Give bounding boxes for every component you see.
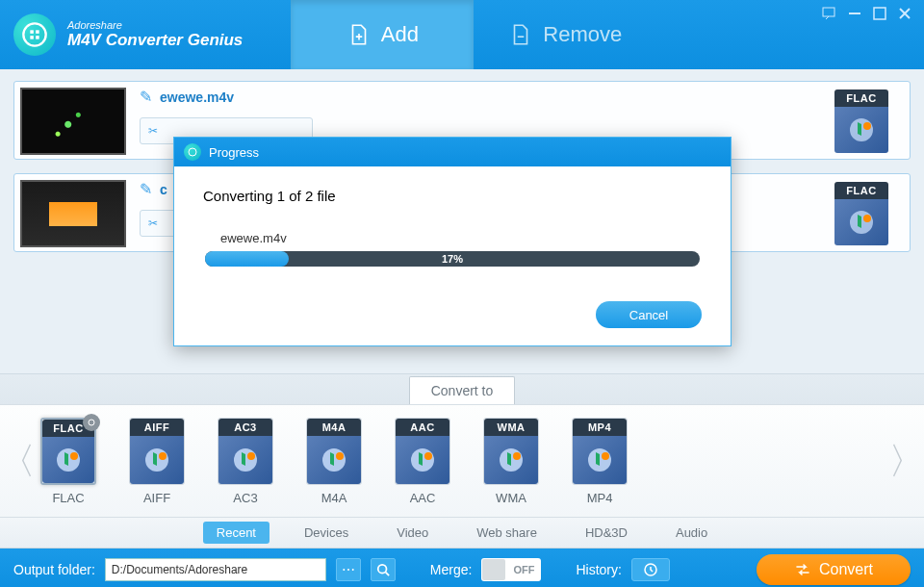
history-label: History: (576, 562, 621, 577)
dialog-title: Progress (209, 145, 259, 160)
convert-to-tab[interactable]: Convert to (409, 376, 516, 404)
format-label: WMA (496, 491, 526, 505)
convert-to-strip: Convert to (0, 373, 924, 404)
progress-dialog: Progress Converting 1 of 2 file ewewe.m4… (173, 137, 732, 346)
rename-icon[interactable]: ✎ (140, 88, 152, 106)
format-option-flac[interactable]: FLACFLAC (40, 418, 96, 505)
svg-line-28 (385, 573, 389, 576)
format-option-ac3[interactable]: AC3AC3 (218, 418, 273, 505)
app-logo-icon (13, 13, 56, 56)
svg-rect-7 (874, 8, 886, 19)
browse-folder-button[interactable]: ⋯ (336, 558, 361, 581)
output-folder-field[interactable]: D:/Documents/Adoreshare (105, 558, 326, 581)
carousel-prev-button[interactable]: 〈 (0, 405, 35, 517)
format-option-m4a[interactable]: M4AM4A (306, 418, 362, 505)
format-card-head: WMA (484, 419, 538, 436)
svg-point-0 (23, 23, 45, 45)
cancel-label: Cancel (629, 308, 668, 322)
carousel-next-button[interactable]: 〉 (889, 405, 924, 517)
category-tab-recent[interactable]: Recent (203, 522, 270, 544)
file-thumbnail[interactable] (20, 88, 126, 155)
category-tab-web-share[interactable]: Web share (463, 522, 551, 544)
merge-toggle[interactable]: OFF (481, 558, 541, 581)
svg-rect-2 (36, 30, 38, 34)
svg-rect-3 (30, 36, 34, 38)
target-format-badge[interactable]: FLAC (834, 182, 888, 245)
scissors-icon: ✂ (148, 217, 158, 230)
svg-point-9 (863, 122, 871, 130)
format-label: M4A (321, 491, 347, 505)
format-label: AIFF (143, 491, 170, 505)
brand-company: Adoreshare (67, 19, 243, 31)
svg-point-27 (378, 565, 387, 574)
svg-point-30 (189, 148, 196, 156)
svg-point-20 (336, 452, 344, 460)
format-badge-label: FLAC (834, 182, 888, 199)
svg-point-16 (159, 452, 167, 460)
dialog-icon (184, 143, 201, 161)
format-option-aiff[interactable]: AIFFAIFF (129, 418, 185, 505)
cancel-button[interactable]: Cancel (596, 301, 702, 328)
convert-label: Convert (819, 561, 873, 578)
svg-point-24 (513, 452, 521, 460)
format-label: MP4 (587, 491, 613, 505)
file-thumbnail[interactable] (20, 180, 126, 247)
toggle-knob (482, 559, 505, 580)
progress-status: Converting 1 of 2 file (203, 188, 702, 204)
footer-bar: Output folder: D:/Documents/Adoreshare ⋯… (0, 549, 924, 587)
format-option-wma[interactable]: WMAWMA (483, 418, 539, 505)
format-badge-label: FLAC (834, 89, 888, 107)
add-label: Add (381, 22, 419, 47)
gear-icon[interactable] (83, 414, 100, 431)
feedback-icon[interactable] (822, 6, 837, 21)
file-name: ewewe.m4v (160, 89, 234, 105)
dialog-titlebar[interactable]: Progress (174, 138, 731, 166)
close-button[interactable] (897, 6, 912, 21)
progress-percent: 17% (205, 251, 700, 267)
rename-icon[interactable]: ✎ (140, 180, 152, 198)
app-header: Adoreshare M4V Converter Genius Add Remo… (0, 0, 924, 69)
format-carousel: 〈 FLACFLACAIFFAIFFAC3AC3M4AM4AAACAACWMAW… (0, 404, 924, 518)
svg-point-26 (602, 452, 609, 460)
history-button[interactable] (631, 558, 670, 581)
format-label: FLAC (52, 491, 84, 505)
category-tab-devices[interactable]: Devices (291, 522, 362, 544)
svg-point-12 (89, 420, 94, 425)
merge-label: Merge: (430, 562, 473, 577)
output-folder-label: Output folder: (13, 562, 95, 577)
remove-label: Remove (543, 22, 622, 47)
open-folder-button[interactable] (371, 558, 396, 581)
brand-product: M4V Converter Genius (67, 31, 243, 50)
format-label: AAC (410, 491, 436, 505)
category-tab-video[interactable]: Video (383, 522, 442, 544)
add-button[interactable]: Add (291, 0, 474, 69)
category-tab-audio[interactable]: Audio (662, 522, 721, 544)
svg-rect-1 (30, 30, 34, 34)
format-card-head: M4A (307, 419, 361, 436)
add-file-icon (346, 22, 372, 47)
format-card-head: AAC (396, 419, 449, 436)
clock-icon (643, 562, 658, 577)
target-format-badge[interactable]: FLAC (834, 89, 888, 153)
merge-state: OFF (506, 564, 541, 575)
file-name: c (160, 182, 167, 197)
format-card-head: AC3 (218, 419, 272, 436)
maximize-button[interactable] (872, 6, 887, 21)
format-label: AC3 (233, 491, 257, 505)
remove-button[interactable]: Remove (474, 0, 656, 69)
minimize-button[interactable] (847, 6, 862, 21)
format-option-aac[interactable]: AACAAC (395, 418, 450, 505)
scissors-icon: ✂ (148, 124, 158, 138)
format-card-head: MP4 (573, 419, 627, 436)
convert-button[interactable]: Convert (757, 554, 911, 585)
progress-current-file: ewewe.m4v (220, 231, 702, 245)
format-option-mp4[interactable]: MP4MP4 (572, 418, 628, 505)
search-icon (376, 563, 390, 576)
format-card-head: AIFF (130, 419, 184, 436)
output-folder-path: D:/Documents/Adoreshare (112, 563, 320, 576)
category-tab-hd-3d[interactable]: HD&3D (572, 522, 641, 544)
svg-rect-5 (823, 8, 834, 16)
progress-bar: 17% (205, 251, 700, 267)
brand: Adoreshare M4V Converter Genius (0, 13, 243, 56)
svg-rect-4 (36, 36, 38, 38)
